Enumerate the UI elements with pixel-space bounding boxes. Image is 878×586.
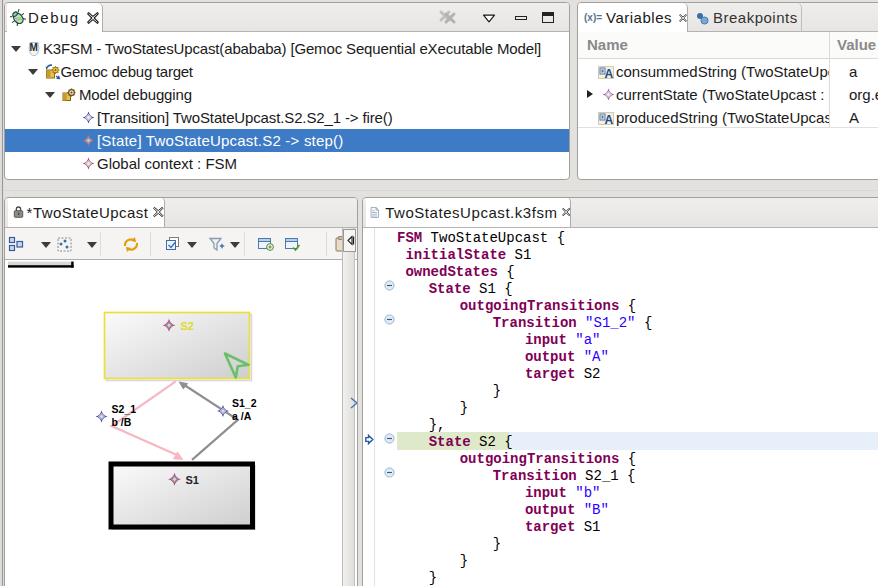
svg-text:M: M xyxy=(30,42,38,53)
svg-text:A: A xyxy=(605,113,614,126)
svg-text:S2_1: S2_1 xyxy=(112,403,137,415)
svg-text:S1: S1 xyxy=(186,474,199,486)
svg-text:a /A: a /A xyxy=(232,410,252,422)
svg-text:b /B: b /B xyxy=(112,416,132,428)
svg-text:S2: S2 xyxy=(181,320,194,332)
svg-text:A: A xyxy=(605,67,614,80)
svg-text:S1_2: S1_2 xyxy=(232,397,257,409)
